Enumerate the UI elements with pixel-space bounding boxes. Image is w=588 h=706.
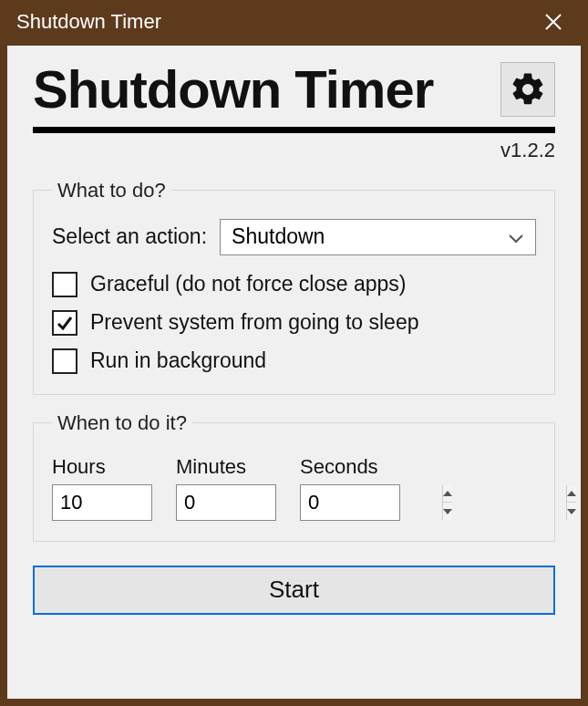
- content-area: Shutdown Timer v1.2.2 What to do? Select…: [7, 46, 581, 699]
- seconds-stepper[interactable]: [300, 484, 400, 521]
- action-select-value: Shutdown: [232, 224, 325, 249]
- action-select[interactable]: Shutdown: [220, 219, 536, 255]
- window-title: Shutdown Timer: [16, 10, 161, 34]
- settings-button[interactable]: [500, 62, 555, 117]
- when-group: When to do it? Hours Minutes: [33, 411, 555, 542]
- header-divider: [33, 127, 555, 133]
- seconds-down-button[interactable]: [567, 503, 576, 520]
- select-action-label: Select an action:: [52, 224, 207, 249]
- hours-label: Hours: [52, 455, 152, 479]
- graceful-checkbox[interactable]: [52, 272, 77, 297]
- minutes-label: Minutes: [176, 455, 276, 479]
- prevent-sleep-checkbox[interactable]: [52, 310, 77, 336]
- prevent-sleep-label: Prevent system from going to sleep: [90, 310, 419, 335]
- minutes-stepper[interactable]: [176, 484, 276, 521]
- prevent-sleep-row: Prevent system from going to sleep: [52, 310, 536, 336]
- what-to-do-legend: What to do?: [52, 179, 171, 202]
- run-background-label: Run in background: [90, 348, 266, 373]
- gear-icon: [509, 70, 547, 109]
- seconds-column: Seconds: [300, 455, 400, 521]
- hours-column: Hours: [52, 455, 152, 521]
- minutes-column: Minutes: [176, 455, 276, 521]
- start-button-label: Start: [269, 576, 319, 604]
- app-window: Shutdown Timer Shutdown Timer v1.2.2 Wha…: [0, 0, 588, 706]
- seconds-label: Seconds: [300, 455, 400, 479]
- header-row: Shutdown Timer: [33, 62, 555, 118]
- svg-marker-6: [567, 491, 576, 496]
- close-icon: [543, 12, 563, 32]
- what-to-do-group: What to do? Select an action: Shutdown G…: [33, 179, 555, 395]
- seconds-up-button[interactable]: [567, 485, 576, 504]
- caret-down-icon: [567, 509, 576, 514]
- time-columns: Hours Minutes: [52, 455, 536, 521]
- seconds-spinner-buttons: [566, 485, 576, 520]
- graceful-row: Graceful (do not force close apps): [52, 272, 536, 297]
- close-button[interactable]: [541, 9, 566, 35]
- titlebar: Shutdown Timer: [5, 5, 583, 46]
- run-background-row: Run in background: [52, 348, 536, 374]
- hours-stepper[interactable]: [52, 484, 152, 521]
- run-background-checkbox[interactable]: [52, 348, 77, 374]
- caret-up-icon: [567, 491, 576, 496]
- chevron-down-icon: [508, 224, 524, 249]
- action-row: Select an action: Shutdown: [52, 219, 536, 255]
- start-button[interactable]: Start: [33, 566, 555, 615]
- seconds-input[interactable]: [301, 485, 566, 520]
- version-label: v1.2.2: [33, 139, 555, 162]
- graceful-label: Graceful (do not force close apps): [90, 272, 406, 296]
- svg-marker-7: [567, 509, 576, 514]
- app-title: Shutdown Timer: [33, 62, 433, 118]
- when-legend: When to do it?: [52, 411, 192, 435]
